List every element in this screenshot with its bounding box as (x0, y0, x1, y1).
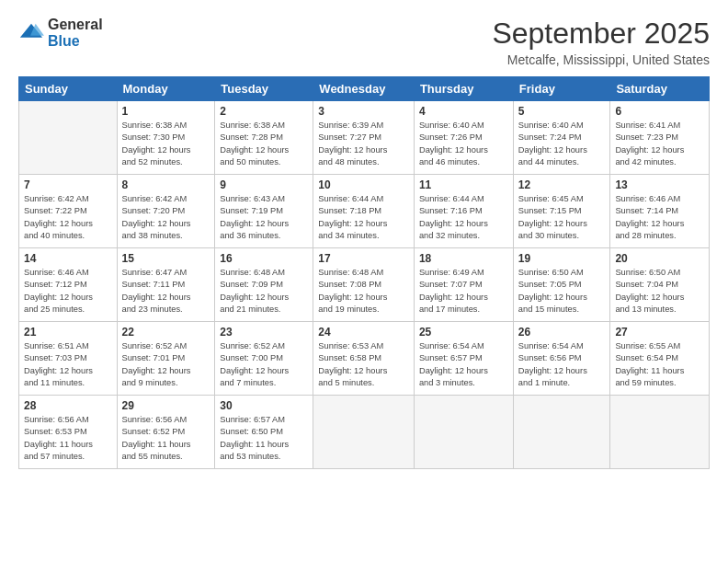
day-number: 29 (122, 399, 210, 412)
day-number: 8 (122, 178, 210, 191)
calendar-cell: 6Sunrise: 6:41 AMSunset: 7:23 PMDaylight… (610, 101, 710, 175)
day-info: Sunrise: 6:42 AMSunset: 7:22 PMDaylight:… (24, 193, 112, 243)
month-title: September 2025 (492, 17, 710, 51)
calendar-cell: 21Sunrise: 6:51 AMSunset: 7:03 PMDayligh… (19, 322, 118, 396)
calendar-cell: 20Sunrise: 6:50 AMSunset: 7:04 PMDayligh… (610, 248, 710, 322)
day-number: 4 (419, 105, 508, 118)
day-info: Sunrise: 6:52 AMSunset: 7:01 PMDaylight:… (122, 340, 210, 390)
day-info: Sunrise: 6:39 AMSunset: 7:27 PMDaylight:… (318, 120, 409, 169)
day-info: Sunrise: 6:48 AMSunset: 7:08 PMDaylight:… (318, 267, 409, 316)
day-info: Sunrise: 6:55 AMSunset: 6:54 PMDaylight:… (615, 340, 704, 390)
day-info: Sunrise: 6:50 AMSunset: 7:04 PMDaylight:… (615, 267, 704, 316)
col-header-monday: Monday (117, 77, 215, 101)
calendar-cell: 15Sunrise: 6:47 AMSunset: 7:11 PMDayligh… (117, 248, 215, 322)
day-number: 25 (419, 326, 508, 339)
calendar-cell: 17Sunrise: 6:48 AMSunset: 7:08 PMDayligh… (313, 248, 415, 322)
day-info: Sunrise: 6:44 AMSunset: 7:16 PMDaylight:… (419, 193, 508, 243)
day-number: 10 (318, 178, 409, 191)
day-number: 20 (615, 252, 704, 265)
day-number: 28 (24, 399, 112, 412)
col-header-wednesday: Wednesday (313, 77, 415, 101)
week-row-1: 7Sunrise: 6:42 AMSunset: 7:22 PMDaylight… (19, 175, 710, 248)
day-number: 13 (615, 178, 704, 191)
day-number: 22 (122, 326, 210, 339)
day-number: 3 (318, 105, 409, 118)
day-info: Sunrise: 6:45 AMSunset: 7:15 PMDaylight:… (518, 193, 606, 243)
calendar-cell: 29Sunrise: 6:56 AMSunset: 6:52 PMDayligh… (117, 396, 215, 469)
day-info: Sunrise: 6:57 AMSunset: 6:50 PMDaylight:… (220, 414, 308, 464)
calendar-cell: 8Sunrise: 6:42 AMSunset: 7:20 PMDaylight… (117, 175, 215, 248)
day-info: Sunrise: 6:38 AMSunset: 7:30 PMDaylight:… (122, 120, 210, 169)
day-number: 14 (24, 252, 112, 265)
day-number: 27 (615, 326, 704, 339)
calendar-header-row: SundayMondayTuesdayWednesdayThursdayFrid… (19, 77, 710, 101)
day-number: 6 (615, 105, 704, 118)
day-info: Sunrise: 6:48 AMSunset: 7:09 PMDaylight:… (220, 267, 308, 316)
calendar-cell: 5Sunrise: 6:40 AMSunset: 7:24 PMDaylight… (513, 101, 610, 175)
day-number: 1 (122, 105, 210, 118)
day-number: 7 (24, 178, 112, 191)
calendar-cell: 7Sunrise: 6:42 AMSunset: 7:22 PMDaylight… (19, 175, 118, 248)
day-info: Sunrise: 6:54 AMSunset: 6:56 PMDaylight:… (518, 340, 606, 390)
day-info: Sunrise: 6:46 AMSunset: 7:12 PMDaylight:… (24, 267, 112, 316)
day-info: Sunrise: 6:49 AMSunset: 7:07 PMDaylight:… (419, 267, 508, 316)
day-info: Sunrise: 6:56 AMSunset: 6:52 PMDaylight:… (122, 414, 210, 464)
calendar-cell: 13Sunrise: 6:46 AMSunset: 7:14 PMDayligh… (610, 175, 710, 248)
day-info: Sunrise: 6:43 AMSunset: 7:19 PMDaylight:… (220, 193, 308, 243)
day-info: Sunrise: 6:50 AMSunset: 7:05 PMDaylight:… (518, 267, 606, 316)
calendar-cell (313, 396, 415, 469)
day-number: 21 (24, 326, 112, 339)
day-number: 17 (318, 252, 409, 265)
day-info: Sunrise: 6:52 AMSunset: 7:00 PMDaylight:… (220, 340, 308, 390)
col-header-tuesday: Tuesday (215, 77, 313, 101)
day-info: Sunrise: 6:53 AMSunset: 6:58 PMDaylight:… (318, 340, 409, 390)
calendar-cell: 3Sunrise: 6:39 AMSunset: 7:27 PMDaylight… (313, 101, 415, 175)
logo-icon (18, 20, 44, 46)
day-info: Sunrise: 6:51 AMSunset: 7:03 PMDaylight:… (24, 340, 112, 390)
day-number: 23 (220, 326, 308, 339)
location-title: Metcalfe, Mississippi, United States (492, 52, 710, 67)
day-info: Sunrise: 6:40 AMSunset: 7:24 PMDaylight:… (518, 120, 606, 169)
calendar-cell: 23Sunrise: 6:52 AMSunset: 7:00 PMDayligh… (215, 322, 313, 396)
calendar-cell: 26Sunrise: 6:54 AMSunset: 6:56 PMDayligh… (513, 322, 610, 396)
day-info: Sunrise: 6:41 AMSunset: 7:23 PMDaylight:… (615, 120, 704, 169)
day-info: Sunrise: 6:44 AMSunset: 7:18 PMDaylight:… (318, 193, 409, 243)
day-number: 9 (220, 178, 308, 191)
day-number: 24 (318, 326, 409, 339)
day-number: 26 (518, 326, 606, 339)
calendar-cell: 12Sunrise: 6:45 AMSunset: 7:15 PMDayligh… (513, 175, 610, 248)
calendar-cell: 16Sunrise: 6:48 AMSunset: 7:09 PMDayligh… (215, 248, 313, 322)
day-info: Sunrise: 6:47 AMSunset: 7:11 PMDaylight:… (122, 267, 210, 316)
day-info: Sunrise: 6:42 AMSunset: 7:20 PMDaylight:… (122, 193, 210, 243)
calendar-cell (414, 396, 513, 469)
col-header-sunday: Sunday (19, 77, 118, 101)
calendar-cell: 28Sunrise: 6:56 AMSunset: 6:53 PMDayligh… (19, 396, 118, 469)
day-info: Sunrise: 6:56 AMSunset: 6:53 PMDaylight:… (24, 414, 112, 464)
calendar-cell (19, 101, 118, 175)
logo-text: General Blue (48, 17, 103, 49)
day-number: 16 (220, 252, 308, 265)
week-row-2: 14Sunrise: 6:46 AMSunset: 7:12 PMDayligh… (19, 248, 710, 322)
day-number: 12 (518, 178, 606, 191)
day-info: Sunrise: 6:38 AMSunset: 7:28 PMDaylight:… (220, 120, 308, 169)
calendar-cell: 9Sunrise: 6:43 AMSunset: 7:19 PMDaylight… (215, 175, 313, 248)
page: General Blue September 2025 Metcalfe, Mi… (0, 0, 728, 563)
calendar-cell: 24Sunrise: 6:53 AMSunset: 6:58 PMDayligh… (313, 322, 415, 396)
calendar-cell: 11Sunrise: 6:44 AMSunset: 7:16 PMDayligh… (414, 175, 513, 248)
title-block: September 2025 Metcalfe, Mississippi, Un… (492, 17, 710, 67)
day-info: Sunrise: 6:54 AMSunset: 6:57 PMDaylight:… (419, 340, 508, 390)
calendar-cell: 19Sunrise: 6:50 AMSunset: 7:05 PMDayligh… (513, 248, 610, 322)
day-info: Sunrise: 6:40 AMSunset: 7:26 PMDaylight:… (419, 120, 508, 169)
calendar-cell: 14Sunrise: 6:46 AMSunset: 7:12 PMDayligh… (19, 248, 118, 322)
col-header-thursday: Thursday (414, 77, 513, 101)
calendar: SundayMondayTuesdayWednesdayThursdayFrid… (18, 76, 710, 469)
week-row-0: 1Sunrise: 6:38 AMSunset: 7:30 PMDaylight… (19, 101, 710, 175)
week-row-3: 21Sunrise: 6:51 AMSunset: 7:03 PMDayligh… (19, 322, 710, 396)
calendar-cell: 18Sunrise: 6:49 AMSunset: 7:07 PMDayligh… (414, 248, 513, 322)
day-info: Sunrise: 6:46 AMSunset: 7:14 PMDaylight:… (615, 193, 704, 243)
calendar-cell: 10Sunrise: 6:44 AMSunset: 7:18 PMDayligh… (313, 175, 415, 248)
day-number: 11 (419, 178, 508, 191)
week-row-4: 28Sunrise: 6:56 AMSunset: 6:53 PMDayligh… (19, 396, 710, 469)
day-number: 5 (518, 105, 606, 118)
day-number: 18 (419, 252, 508, 265)
